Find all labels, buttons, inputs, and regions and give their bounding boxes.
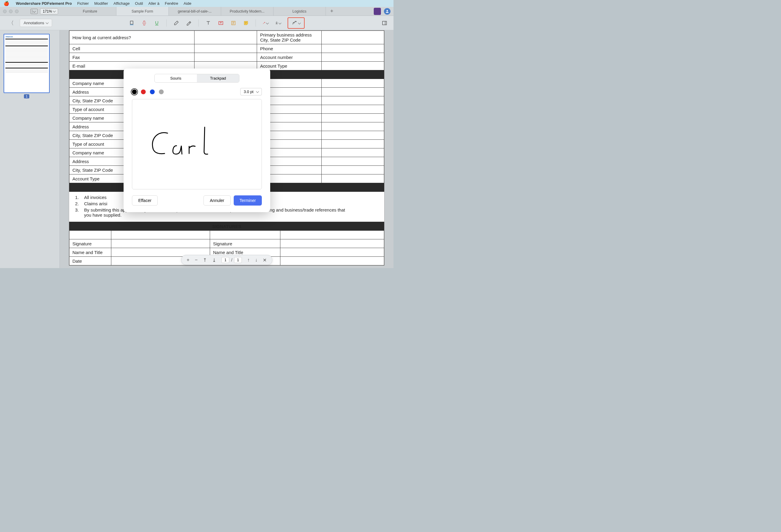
- window-chrome: 171% Furniture Sample Form general-bill-…: [0, 7, 394, 16]
- field-value[interactable]: [322, 157, 384, 166]
- signatures-header: SIGNATURES: [70, 222, 384, 231]
- term-text: Claims arisi: [84, 201, 108, 206]
- tab-bill-of-sale[interactable]: general-bill-of-sale-...: [169, 7, 221, 15]
- correction-tool-icon[interactable]: [186, 20, 192, 26]
- minimize-window-button[interactable]: [9, 9, 12, 13]
- toolbar-divider: [166, 19, 167, 27]
- next-page-button[interactable]: ↓: [255, 257, 257, 263]
- zoom-selector[interactable]: 171%: [40, 8, 58, 14]
- prev-page-button[interactable]: ↑: [247, 257, 250, 263]
- app-name[interactable]: Wondershare PDFelement Pro: [16, 1, 72, 6]
- sticky-note-tool-icon[interactable]: [243, 20, 249, 26]
- menu-modifier[interactable]: Modifier: [94, 1, 108, 6]
- zoom-in-button[interactable]: +: [187, 257, 190, 263]
- zoom-value: 171%: [43, 9, 52, 13]
- current-page-input[interactable]: [221, 257, 229, 263]
- segment-trackpad[interactable]: Trackpad: [197, 74, 239, 82]
- field-value[interactable]: [195, 31, 257, 44]
- tab-furniture[interactable]: Furniture: [64, 7, 116, 15]
- underline-tool-icon[interactable]: [154, 20, 160, 26]
- field-label: Account number: [257, 53, 322, 62]
- field-value[interactable]: [322, 140, 384, 149]
- menu-affichage[interactable]: Affichage: [113, 1, 130, 6]
- field-label: Signature: [210, 239, 280, 248]
- signature-tool-icon[interactable]: [288, 17, 304, 29]
- field-value[interactable]: [322, 174, 384, 183]
- field-value[interactable]: [322, 122, 384, 131]
- field-value[interactable]: [322, 88, 384, 96]
- field-value[interactable]: [322, 31, 384, 44]
- color-picker-row: 3.0 pt: [132, 88, 262, 95]
- signature-canvas[interactable]: [132, 99, 262, 190]
- maximize-window-button[interactable]: [15, 9, 18, 13]
- app-badge-icon[interactable]: [374, 8, 381, 15]
- field-value[interactable]: [322, 149, 384, 157]
- menu-fichier[interactable]: Fichier: [77, 1, 89, 6]
- menu-outil[interactable]: Outil: [135, 1, 143, 6]
- color-gray[interactable]: [159, 89, 164, 94]
- add-tab-button[interactable]: +: [326, 7, 338, 15]
- field-label: How long at current address?: [70, 31, 195, 44]
- textbox-tool-icon[interactable]: [218, 20, 224, 26]
- highlight-tool-icon[interactable]: [129, 20, 135, 26]
- field-value[interactable]: [322, 53, 384, 62]
- apple-icon[interactable]: 🍎: [4, 1, 9, 6]
- toolbar-divider: [198, 19, 199, 27]
- field-value[interactable]: [195, 44, 257, 53]
- cancel-button[interactable]: Annuler: [203, 195, 231, 206]
- toolbar-divider: [255, 19, 256, 27]
- thumb-title: PANACEA: [5, 36, 48, 38]
- segment-mouse[interactable]: Souris: [155, 74, 197, 82]
- back-button[interactable]: 〈: [6, 18, 16, 28]
- field-value[interactable]: [195, 53, 257, 62]
- close-nav-button[interactable]: ✕: [263, 257, 266, 263]
- sidebar-toggle-button[interactable]: [31, 9, 38, 14]
- panel-toggle-icon[interactable]: [381, 20, 387, 26]
- eraser-tool-icon[interactable]: [173, 20, 179, 26]
- stamp-tool-icon[interactable]: [275, 20, 281, 26]
- strikethrough-tool-icon[interactable]: [141, 20, 147, 26]
- total-pages: [234, 257, 242, 263]
- last-page-button[interactable]: ⤓: [212, 257, 216, 263]
- user-account-icon[interactable]: [384, 8, 390, 15]
- zoom-out-button[interactable]: −: [195, 257, 198, 263]
- field-value[interactable]: [322, 62, 384, 70]
- field-value[interactable]: [322, 114, 384, 122]
- field-value[interactable]: [322, 96, 384, 105]
- field-value[interactable]: [322, 131, 384, 140]
- arrow-tool-icon[interactable]: [262, 20, 269, 26]
- close-window-button[interactable]: [3, 9, 7, 13]
- tab-logistics[interactable]: Logistics: [274, 7, 326, 15]
- text-tool-icon[interactable]: [205, 20, 211, 26]
- term-number: 2.: [75, 201, 79, 206]
- field-label: Signature: [70, 239, 111, 248]
- field-value[interactable]: [280, 239, 384, 248]
- menu-aller-a[interactable]: Aller à: [149, 1, 160, 6]
- field-value[interactable]: [322, 79, 384, 88]
- field-value[interactable]: [322, 44, 384, 53]
- color-blue[interactable]: [150, 89, 155, 94]
- color-black[interactable]: [132, 89, 137, 94]
- tab-productivity[interactable]: Productivity Modern...: [221, 7, 274, 15]
- page-thumbnail[interactable]: PANACEA 1: [4, 34, 50, 93]
- annotations-dropdown[interactable]: Annotations: [20, 19, 52, 27]
- done-button[interactable]: Terminer: [234, 195, 262, 206]
- menu-fenetre[interactable]: Fenêtre: [165, 1, 178, 6]
- field-value[interactable]: [111, 239, 210, 248]
- color-red[interactable]: [141, 89, 146, 94]
- macos-menubar: 🍎 Wondershare PDFelement Pro Fichier Mod…: [0, 0, 394, 7]
- svg-rect-1: [130, 21, 133, 24]
- thickness-selector[interactable]: 3.0 pt: [240, 88, 262, 95]
- field-value[interactable]: [322, 105, 384, 114]
- field-value[interactable]: [322, 166, 384, 174]
- clear-button[interactable]: Effacer: [132, 195, 158, 206]
- field-value[interactable]: [280, 248, 384, 257]
- menu-aide[interactable]: Aide: [184, 1, 192, 6]
- term-number: 3.: [75, 207, 79, 217]
- svg-point-4: [276, 22, 277, 23]
- term-text: All invoices: [84, 195, 107, 200]
- field-value[interactable]: [280, 257, 384, 265]
- note-tool-icon[interactable]: [231, 20, 236, 26]
- tab-sample-form[interactable]: Sample Form: [116, 7, 169, 15]
- first-page-button[interactable]: ⤒: [203, 257, 207, 263]
